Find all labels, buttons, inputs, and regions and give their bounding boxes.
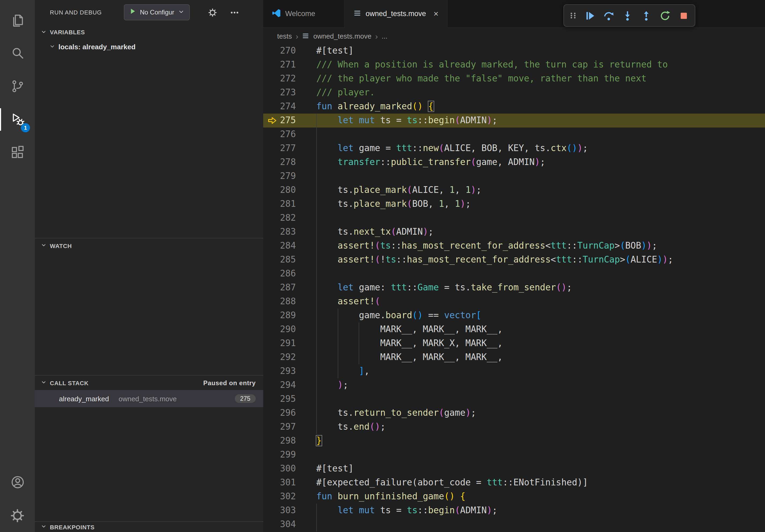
line-number-gutter[interactable]: 294 bbox=[263, 378, 316, 392]
line-number-gutter[interactable]: 272 bbox=[263, 72, 316, 86]
code-line[interactable]: 304 bbox=[263, 518, 765, 531]
code-line[interactable]: 274fun already_marked() { bbox=[263, 100, 765, 114]
code-line[interactable]: 280 ts.place_mark(ALICE, 1, 1); bbox=[263, 183, 765, 197]
code-line[interactable]: 288 assert!( bbox=[263, 295, 765, 309]
line-number-gutter[interactable]: 296 bbox=[263, 406, 316, 420]
line-number-gutter[interactable]: 301 bbox=[263, 476, 316, 490]
code-line[interactable]: 275 let mut ts = ts::begin(ADMIN); bbox=[263, 114, 765, 128]
code-line[interactable]: 295 bbox=[263, 392, 765, 406]
code-line[interactable]: 272/// the player who made the "false" m… bbox=[263, 72, 765, 86]
line-number-gutter[interactable]: 275 bbox=[263, 114, 316, 128]
line-number-gutter[interactable]: 282 bbox=[263, 211, 316, 225]
code-line[interactable]: 292 MARK__, MARK__, MARK__, bbox=[263, 350, 765, 364]
debug-settings-gear-button[interactable] bbox=[208, 8, 217, 17]
line-number-gutter[interactable]: 288 bbox=[263, 295, 316, 309]
line-number-gutter[interactable]: 285 bbox=[263, 253, 316, 267]
code-line[interactable]: 273/// player. bbox=[263, 86, 765, 100]
code-line[interactable]: 276 bbox=[263, 128, 765, 141]
code-line[interactable]: 293 ], bbox=[263, 364, 765, 378]
line-number-gutter[interactable]: 273 bbox=[263, 86, 316, 100]
call-stack-section-header[interactable]: CALL STACK Paused on entry bbox=[35, 375, 263, 390]
code-line[interactable]: 299 bbox=[263, 448, 765, 462]
tab-owned-tests-move[interactable]: owned_tests.move × bbox=[345, 0, 447, 27]
code-line[interactable]: 301#[expected_failure(abort_code = ttt::… bbox=[263, 476, 765, 490]
breakpoints-section-header[interactable]: BREAKPOINTS bbox=[35, 521, 263, 532]
line-number-gutter[interactable]: 302 bbox=[263, 490, 316, 504]
call-stack-frame[interactable]: already_marked owned_tests.move 275 bbox=[35, 390, 263, 407]
line-number-gutter[interactable]: 277 bbox=[263, 141, 316, 155]
step-over-button[interactable] bbox=[600, 7, 617, 24]
code-line[interactable]: 300#[test] bbox=[263, 462, 765, 476]
line-number-gutter[interactable]: 270 bbox=[263, 44, 316, 58]
more-actions-button[interactable] bbox=[230, 8, 239, 17]
activity-search[interactable] bbox=[0, 36, 35, 70]
breadcrumb-file[interactable]: owned_tests.move bbox=[313, 32, 372, 40]
breadcrumb-more[interactable]: ... bbox=[382, 32, 387, 40]
line-number-gutter[interactable]: 279 bbox=[263, 169, 316, 183]
line-number-gutter[interactable]: 292 bbox=[263, 350, 316, 364]
code-line[interactable]: 277 let game = ttt::new(ALICE, BOB, KEY,… bbox=[263, 141, 765, 155]
code-line[interactable]: 271/// When a position is already marked… bbox=[263, 58, 765, 72]
line-number-gutter[interactable]: 286 bbox=[263, 267, 316, 281]
code-line[interactable]: 298} bbox=[263, 434, 765, 448]
activity-settings[interactable] bbox=[0, 499, 35, 532]
line-number-gutter[interactable]: 298 bbox=[263, 434, 316, 448]
code-line[interactable]: 284 assert!(ts::has_most_recent_for_addr… bbox=[263, 239, 765, 253]
variables-scope-locals[interactable]: locals: already_marked bbox=[35, 40, 263, 54]
debug-config-dropdown[interactable]: No Configur bbox=[124, 4, 190, 20]
code-line[interactable]: 291 MARK__, MARK_X, MARK__, bbox=[263, 337, 765, 350]
code-line[interactable]: 286 bbox=[263, 267, 765, 281]
step-into-button[interactable] bbox=[619, 7, 636, 24]
code-line[interactable]: 278 transfer::public_transfer(game, ADMI… bbox=[263, 155, 765, 169]
watch-section-header[interactable]: WATCH bbox=[35, 238, 263, 253]
activity-source-control[interactable] bbox=[0, 70, 35, 103]
code-line[interactable]: 289 game.board() == vector[ bbox=[263, 309, 765, 323]
line-number-gutter[interactable]: 281 bbox=[263, 197, 316, 211]
line-number-gutter[interactable]: 290 bbox=[263, 323, 316, 337]
code-lines[interactable]: 270#[test]271/// When a position is alre… bbox=[263, 44, 765, 532]
code-line[interactable]: 302fun burn_unfinished_game() { bbox=[263, 490, 765, 504]
code-line[interactable]: 285 assert!(!ts::has_most_recent_for_add… bbox=[263, 253, 765, 267]
line-number-gutter[interactable]: 303 bbox=[263, 504, 316, 518]
code-line[interactable]: 297 ts.end(); bbox=[263, 420, 765, 434]
code-line[interactable]: 282 bbox=[263, 211, 765, 225]
line-number-gutter[interactable]: 271 bbox=[263, 58, 316, 72]
line-number-gutter[interactable]: 284 bbox=[263, 239, 316, 253]
stop-button[interactable] bbox=[675, 7, 692, 24]
activity-explorer[interactable] bbox=[0, 3, 35, 36]
line-number-gutter[interactable]: 293 bbox=[263, 364, 316, 378]
line-number-gutter[interactable]: 276 bbox=[263, 128, 316, 141]
line-number-gutter[interactable]: 283 bbox=[263, 225, 316, 239]
line-number-gutter[interactable]: 289 bbox=[263, 309, 316, 323]
close-tab-icon[interactable]: × bbox=[433, 9, 438, 18]
code-line[interactable]: 296 ts.return_to_sender(game); bbox=[263, 406, 765, 420]
tab-welcome[interactable]: Welcome bbox=[263, 0, 345, 27]
line-number-gutter[interactable]: 291 bbox=[263, 337, 316, 350]
code-line[interactable]: 303 let mut ts = ts::begin(ADMIN); bbox=[263, 504, 765, 518]
toolbar-drag-handle[interactable] bbox=[567, 7, 579, 24]
code-line[interactable]: 270#[test] bbox=[263, 44, 765, 58]
continue-button[interactable] bbox=[581, 7, 598, 24]
line-number-gutter[interactable]: 295 bbox=[263, 392, 316, 406]
line-number-gutter[interactable]: 304 bbox=[263, 518, 316, 531]
breadcrumb-tests[interactable]: tests bbox=[277, 32, 292, 40]
line-number-gutter[interactable]: 280 bbox=[263, 183, 316, 197]
activity-run-and-debug[interactable]: 1 bbox=[0, 103, 35, 136]
restart-button[interactable] bbox=[656, 7, 673, 24]
code-line[interactable]: 287 let game: ttt::Game = ts.take_from_s… bbox=[263, 281, 765, 295]
code-line[interactable]: 281 ts.place_mark(BOB, 1, 1); bbox=[263, 197, 765, 211]
code-line[interactable]: 283 ts.next_tx(ADMIN); bbox=[263, 225, 765, 239]
code-line[interactable]: 279 bbox=[263, 169, 765, 183]
line-number-gutter[interactable]: 278 bbox=[263, 155, 316, 169]
step-out-button[interactable] bbox=[637, 7, 655, 24]
line-number-gutter[interactable]: 274 bbox=[263, 100, 316, 114]
activity-account[interactable] bbox=[0, 465, 35, 499]
code-line[interactable]: 290 MARK__, MARK__, MARK__, bbox=[263, 323, 765, 337]
activity-extensions[interactable] bbox=[0, 136, 35, 169]
variables-section-header[interactable]: VARIABLES bbox=[35, 25, 263, 40]
line-number-gutter[interactable]: 287 bbox=[263, 281, 316, 295]
line-number-gutter[interactable]: 299 bbox=[263, 448, 316, 462]
line-number-gutter[interactable]: 300 bbox=[263, 462, 316, 476]
code-line[interactable]: 294 ); bbox=[263, 378, 765, 392]
line-number-gutter[interactable]: 297 bbox=[263, 420, 316, 434]
